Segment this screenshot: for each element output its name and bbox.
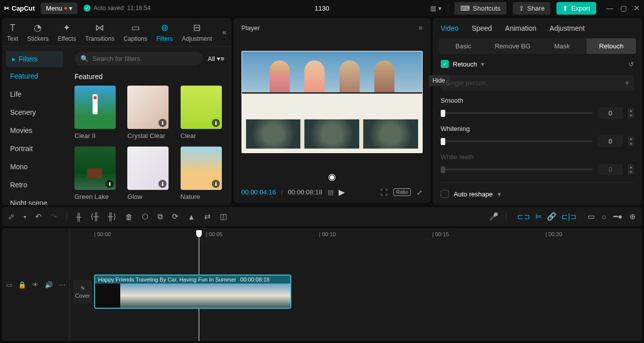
list-icon[interactable]: ▤: [328, 188, 334, 196]
timeline: ▭ 🔒 👁 🔊 ⋯ | 00:00 | 00:05 | 00:10 | 00:1…: [2, 228, 642, 341]
chevron-down-icon[interactable]: ▾: [24, 214, 26, 220]
spin-up-icon[interactable]: ▲: [628, 108, 634, 113]
auto-reshape-checkbox[interactable]: [441, 190, 449, 198]
filter-glow[interactable]: ⬇ Glow: [127, 147, 171, 200]
video-preview[interactable]: [242, 51, 423, 153]
subtab-remove-bg[interactable]: Remove BG: [488, 38, 537, 54]
magnet-right-icon[interactable]: ⊏|⊐: [561, 212, 577, 221]
nav-filters-header[interactable]: ▸ Filters: [6, 51, 63, 67]
nav-featured[interactable]: Featured: [2, 67, 67, 85]
split-icon[interactable]: ╫: [76, 213, 82, 221]
download-icon: ⬇: [158, 119, 167, 127]
nav-portrait[interactable]: Portrait: [2, 140, 67, 158]
spin-down-icon[interactable]: ▼: [628, 142, 634, 146]
chevron-down-icon[interactable]: ▾: [481, 60, 485, 68]
play-icon[interactable]: ▶: [339, 187, 345, 197]
filter-clear[interactable]: ⬇ Clear: [181, 86, 224, 140]
layout-icon[interactable]: ▥ ▾: [430, 5, 442, 12]
reset-icon[interactable]: ↺: [628, 60, 634, 68]
zoom-in-icon[interactable]: ⊕: [629, 212, 636, 221]
nav-mono[interactable]: Mono: [2, 158, 67, 176]
delete-icon[interactable]: 🗑: [125, 213, 133, 221]
zoom-out-icon[interactable]: ○: [602, 213, 606, 221]
filter-nature[interactable]: ⬇ Nature: [181, 147, 224, 200]
whitening-slider[interactable]: [441, 141, 593, 142]
trim-right-icon[interactable]: ╫⟩: [108, 212, 116, 221]
link-icon[interactable]: 🔗: [547, 212, 556, 221]
search-input[interactable]: [93, 55, 197, 62]
preview-icon[interactable]: ▭: [588, 212, 595, 221]
lock-icon[interactable]: 🔒: [18, 281, 26, 289]
nav-scenery[interactable]: Scenery: [2, 103, 67, 121]
flip-icon[interactable]: ⇄: [204, 212, 211, 221]
collapse-left-icon[interactable]: «: [222, 28, 226, 36]
cursor-icon[interactable]: ⬀: [8, 212, 15, 221]
track-menu-icon[interactable]: ▭: [6, 281, 12, 289]
spin-down-icon[interactable]: ▼: [628, 113, 634, 118]
shortcuts-button[interactable]: ⌨Shortcuts: [454, 2, 507, 15]
smooth-value[interactable]: 0: [598, 107, 623, 119]
fullscreen-icon[interactable]: ⤢: [417, 188, 423, 196]
person-dropdown[interactable]: Single person▾: [441, 75, 634, 91]
eye-icon[interactable]: 👁: [32, 281, 39, 289]
trim-left-icon[interactable]: ⟨╫: [91, 212, 99, 221]
menu-button[interactable]: Menu▾: [41, 3, 77, 14]
tab-animation[interactable]: Animation: [505, 24, 536, 32]
nav-movies[interactable]: Movies: [2, 121, 67, 140]
project-title: 1130: [315, 5, 330, 12]
tab-speed[interactable]: Speed: [471, 24, 492, 32]
search-input-wrapper[interactable]: 🔍: [74, 52, 203, 65]
tab-filters[interactable]: ⊚Filters: [156, 22, 173, 42]
tab-effects[interactable]: ✦Effects: [58, 22, 76, 42]
video-clip[interactable]: Happy Friends Traveling By Car, Having F…: [94, 275, 291, 309]
retouch-checkbox[interactable]: ✓: [441, 60, 449, 68]
copy-icon[interactable]: ⧉: [157, 212, 163, 221]
smooth-slider[interactable]: [441, 112, 593, 114]
shield-icon[interactable]: ⬡: [142, 212, 148, 221]
mirror-icon[interactable]: ▲: [188, 213, 195, 221]
export-button[interactable]: ⬆Export: [556, 2, 596, 15]
cover-button[interactable]: ✎ Cover: [73, 280, 92, 303]
maximize-icon[interactable]: ▢: [620, 4, 627, 12]
timeline-ruler[interactable]: | 00:00 | 00:05 | 00:10 | 00:15 | 00:20: [70, 228, 642, 240]
subtab-mask[interactable]: Mask: [537, 38, 587, 54]
all-filter-button[interactable]: All ▾≡: [208, 55, 224, 62]
tab-stickers[interactable]: ◔Stickers: [27, 22, 49, 42]
hamburger-icon[interactable]: ≡: [419, 24, 423, 32]
nav-life[interactable]: Life: [2, 85, 67, 103]
filter-green-lake[interactable]: ⬇ Green Lake: [74, 147, 118, 200]
rotate-icon[interactable]: ⟳: [172, 212, 179, 221]
compare-icon[interactable]: ◉: [242, 171, 423, 182]
more-icon[interactable]: ⋯: [59, 281, 65, 289]
spin-up-icon[interactable]: ▲: [628, 136, 634, 141]
subtab-retouch[interactable]: Retouch: [587, 38, 636, 54]
magnet-center-icon[interactable]: ⊨: [535, 212, 542, 221]
filter-clear-ii[interactable]: Clear II: [74, 86, 118, 140]
whitening-value[interactable]: 0: [598, 135, 623, 147]
speaker-icon[interactable]: 🔊: [45, 281, 53, 289]
share-button[interactable]: ⇪Share: [513, 2, 551, 15]
check-icon: ✓: [84, 5, 91, 12]
tab-text[interactable]: TText: [7, 22, 18, 42]
ratio-button[interactable]: Ratio: [393, 188, 410, 196]
magnet-left-icon[interactable]: ⊏⊐: [517, 212, 530, 221]
tab-adjustment[interactable]: ⊟Adjustment: [182, 22, 212, 42]
tab-transitions[interactable]: ⋈Transitions: [85, 22, 114, 42]
subtab-basic[interactable]: Basic: [439, 38, 488, 54]
scan-icon[interactable]: ⛶: [380, 188, 387, 196]
filter-crystal-clear[interactable]: ⬇ Crystal Clear: [127, 86, 171, 140]
zoom-slider-icon[interactable]: ━●: [613, 212, 622, 221]
nav-night-scene[interactable]: Night scene: [2, 194, 67, 205]
nav-retro[interactable]: Retro: [2, 176, 67, 194]
mic-icon[interactable]: 🎤: [489, 212, 499, 221]
minimize-icon[interactable]: ―: [606, 4, 613, 12]
tab-captions[interactable]: ▭Captions: [123, 22, 147, 42]
chevron-down-icon[interactable]: ▾: [498, 190, 501, 198]
redo-icon[interactable]: ↷: [51, 212, 57, 221]
undo-icon[interactable]: ↶: [35, 212, 42, 221]
whitening-label: Whitening: [441, 125, 634, 132]
tab-video[interactable]: Video: [441, 24, 459, 32]
crop-icon[interactable]: ◫: [220, 212, 227, 221]
close-icon[interactable]: ✕: [634, 4, 640, 12]
tab-adjustment-right[interactable]: Adjustment: [549, 24, 585, 32]
